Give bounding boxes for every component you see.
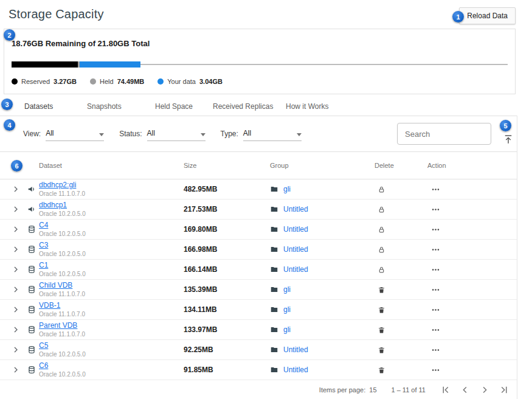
expand-chevron-icon[interactable]	[0, 305, 24, 314]
lock-icon[interactable]	[378, 224, 385, 234]
lock-icon[interactable]	[378, 264, 385, 274]
next-page-icon[interactable]	[479, 384, 490, 395]
column-header-action: Action	[427, 162, 517, 169]
more-actions-button[interactable]	[427, 284, 517, 295]
lock-icon[interactable]	[378, 184, 385, 194]
dataset-subtitle: Oracle 11.1.0.7.0	[39, 311, 184, 317]
group-link[interactable]: Untitled	[283, 225, 308, 234]
group-link[interactable]: gli	[283, 185, 291, 193]
more-actions-button[interactable]	[427, 204, 517, 215]
expand-chevron-icon[interactable]	[0, 265, 24, 274]
trash-icon[interactable]	[378, 364, 385, 375]
table-footer: Items per page: 15 1 – 11 of 11	[0, 380, 517, 399]
legend-item-held: Held 74.49MB	[90, 78, 144, 85]
expand-chevron-icon[interactable]	[0, 245, 24, 254]
tab-datasets[interactable]: Datasets	[24, 97, 87, 116]
group-link[interactable]: gli	[283, 285, 291, 294]
folder-icon	[270, 366, 278, 374]
group-link[interactable]: Untitled	[283, 345, 308, 354]
dataset-link[interactable]: C4	[39, 221, 184, 229]
trash-icon[interactable]	[378, 304, 385, 314]
table-row: Child VDBOracle 11.1.0.7.0 135.39MB gli	[0, 280, 517, 300]
dataset-link[interactable]: dbdhcp2:gli	[39, 181, 184, 189]
size-value: 134.11MB	[184, 305, 270, 314]
dataset-link[interactable]: Parent VDB	[39, 322, 184, 330]
callout-2: 2	[4, 29, 15, 41]
dataset-link[interactable]: Child VDB	[39, 282, 184, 290]
group-link[interactable]: gli	[283, 305, 291, 314]
tab-held-space[interactable]: Held Space	[155, 97, 213, 116]
expand-chevron-icon[interactable]	[0, 365, 24, 375]
previous-page-icon[interactable]	[460, 384, 471, 395]
dataset-subtitle: Oracle 10.2.0.5.0	[39, 371, 184, 378]
folder-icon	[270, 305, 278, 314]
tab-received-replicas[interactable]: Received Replicas	[213, 97, 286, 116]
more-actions-button[interactable]	[427, 244, 517, 255]
dataset-link[interactable]: C5	[39, 342, 184, 350]
dsource-icon	[24, 185, 39, 193]
tab-how-it-works[interactable]: How it Works	[286, 97, 328, 116]
expand-chevron-icon[interactable]	[0, 345, 24, 355]
more-actions-button[interactable]	[427, 264, 517, 275]
dataset-link[interactable]: C3	[39, 241, 184, 249]
more-actions-button[interactable]	[427, 364, 517, 375]
first-page-icon[interactable]	[440, 384, 451, 395]
more-actions-button[interactable]	[427, 224, 517, 235]
size-value: 169.80MB	[184, 225, 270, 234]
reload-data-button[interactable]: Reload Data	[459, 7, 516, 24]
expand-chevron-icon[interactable]	[0, 184, 24, 194]
dataset-subtitle: Oracle 10.2.0.5.0	[39, 351, 184, 358]
export-icon[interactable]	[503, 133, 514, 144]
dataset-link[interactable]: dbdhcp1	[39, 201, 184, 209]
lock-icon[interactable]	[378, 204, 385, 214]
legend-item-reserved: Reserved 3.27GB	[12, 78, 77, 85]
items-per-page-value[interactable]: 15	[369, 386, 376, 394]
database-icon	[24, 225, 39, 234]
size-value: 135.39MB	[184, 285, 270, 294]
dataset-subtitle: Oracle 11.1.0.7.0	[39, 291, 184, 297]
legend-value: 74.49MB	[117, 78, 145, 85]
dataset-link[interactable]: VDB-1	[39, 302, 184, 310]
dataset-link[interactable]: C6	[39, 362, 184, 370]
more-actions-button[interactable]	[427, 324, 517, 335]
database-icon	[24, 285, 39, 294]
type-filter-select[interactable]: All	[243, 127, 302, 141]
expand-chevron-icon[interactable]	[0, 285, 24, 294]
size-value: 217.53MB	[184, 205, 270, 213]
expand-chevron-icon[interactable]	[0, 224, 24, 234]
more-actions-button[interactable]	[427, 184, 517, 195]
more-actions-button[interactable]	[427, 344, 517, 355]
folder-icon	[270, 185, 278, 193]
folder-icon	[270, 205, 278, 213]
held-dot-icon	[90, 78, 96, 85]
database-icon	[24, 366, 39, 374]
search-input[interactable]	[398, 123, 491, 144]
group-link[interactable]: Untitled	[283, 205, 308, 213]
group-link[interactable]: Untitled	[283, 265, 308, 274]
more-actions-button[interactable]	[427, 304, 517, 315]
column-header-delete: Delete	[375, 162, 427, 169]
tab-snapshots[interactable]: Snapshots	[87, 97, 155, 116]
column-header-size: Size	[184, 162, 270, 169]
lock-icon[interactable]	[378, 244, 385, 254]
legend-value: 3.27GB	[54, 78, 77, 85]
page-title: Storage Capacity	[9, 7, 104, 21]
group-link[interactable]: Untitled	[283, 245, 308, 254]
table-row: C1Oracle 10.2.0.5.0 166.14MB Untitled	[0, 260, 517, 280]
trash-icon[interactable]	[378, 284, 385, 294]
view-filter-select[interactable]: All	[46, 127, 104, 141]
folder-icon	[270, 225, 278, 234]
trash-icon[interactable]	[378, 324, 385, 335]
dataset-link[interactable]: C1	[39, 262, 184, 269]
group-link[interactable]: Untitled	[283, 366, 308, 374]
last-page-icon[interactable]	[499, 384, 510, 395]
trash-icon[interactable]	[378, 344, 385, 355]
table-row: Parent VDBOracle 11.1.0.7.0 133.97MB gli	[0, 320, 517, 340]
status-filter-select[interactable]: All	[147, 127, 206, 141]
table-row: C3Oracle 10.2.0.5.0 166.98MB Untitled	[0, 240, 517, 260]
status-filter-label: Status:	[119, 130, 142, 138]
group-link[interactable]: gli	[283, 325, 291, 334]
expand-chevron-icon[interactable]	[0, 204, 24, 214]
expand-chevron-icon[interactable]	[0, 325, 24, 335]
callout-4: 4	[4, 119, 15, 131]
